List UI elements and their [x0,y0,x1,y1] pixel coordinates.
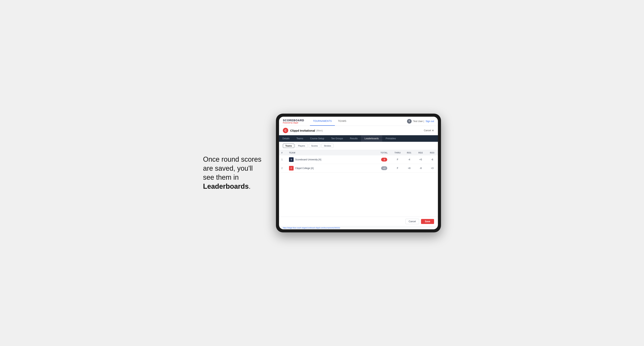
col-rd3: RD3 [426,150,438,155]
leaderboard-table: # TEAM TOTAL THRU RD1 RD2 RD3 1 S [279,150,438,217]
cell-rd1: -4 [403,155,415,164]
sub-filters: Teams Players Scores Strokes [279,142,438,150]
cell-rd1: +8 [403,164,415,173]
table-row: 1 S Scoreboard University [A] -5 F -4 +5… [279,155,438,164]
sign-out-link[interactable]: Sign out [426,120,434,123]
cell-total: -5 [376,155,392,164]
tab-results[interactable]: Results [346,135,361,142]
cell-team: S Scoreboard University [A] [287,155,376,164]
filter-scores[interactable]: Scores [309,144,320,148]
description-text: Once round scores are saved, you'll see … [203,155,261,181]
cell-thru: F [392,164,403,173]
filter-strokes[interactable]: Strokes [322,144,334,148]
user-name: Test User | [413,120,424,123]
avatar: S [407,119,412,124]
cell-thru: F [392,155,403,164]
tournament-subtitle: (Men) [316,129,323,132]
col-thru: THRU [392,150,403,155]
score-badge: +3 [381,166,387,170]
top-nav: SCOREBOARD Powered by clippd TOURNAMENTS… [279,117,438,126]
table-header-row: # TEAM TOTAL THRU RD1 RD2 RD3 [279,150,438,155]
tab-details[interactable]: Details [279,135,293,142]
tab-bar: Details Teams Course Setup Tee Groups Re… [279,135,438,142]
score-badge: -5 [381,158,387,162]
tab-leaderboards[interactable]: Leaderboards [361,135,382,142]
cancel-button[interactable]: Cancel [406,219,419,224]
table-row: 2 C Clippd College [A] +3 F +8 -8 +3 [279,164,438,173]
team-logo: C [289,166,294,171]
tournament-cancel-button[interactable]: Cancel ✕ [424,129,434,132]
results-table: # TEAM TOTAL THRU RD1 RD2 RD3 1 S [279,150,438,173]
logo-area: SCOREBOARD Powered by clippd [283,119,304,124]
footer: Cancel Save [279,217,438,226]
tablet-frame: SCOREBOARD Powered by clippd TOURNAMENTS… [276,114,441,232]
url-bar: https://stage-blue-coach.stagesCoreboard… [279,226,438,229]
tournament-icon: C [283,128,288,133]
team-name: Scoreboard University [A] [295,158,321,161]
logo-title: SCOREBOARD [283,119,304,122]
description-period: . [249,182,250,190]
cell-rd2: +5 [415,155,426,164]
filter-players[interactable]: Players [296,144,308,148]
tab-printables[interactable]: Printables [382,135,399,142]
tablet-screen: SCOREBOARD Powered by clippd TOURNAMENTS… [279,117,438,229]
col-rd2: RD2 [415,150,426,155]
close-icon: ✕ [432,129,434,132]
nav-teams[interactable]: TEAMS [335,117,350,126]
nav-right: S Test User | Sign out [407,119,434,124]
col-total: TOTAL [376,150,392,155]
tab-teams[interactable]: Teams [293,135,307,142]
save-button[interactable]: Save [421,219,434,224]
cell-rd3: +3 [426,164,438,173]
col-rd1: RD1 [403,150,415,155]
col-team: TEAM [287,150,376,155]
team-name: Clippd College [A] [295,167,314,170]
filter-teams[interactable]: Teams [283,144,294,148]
col-rank: # [279,150,287,155]
nav-tournaments[interactable]: TOURNAMENTS [310,117,335,126]
cell-team: C Clippd College [A] [287,164,376,173]
cell-total: +3 [376,164,392,173]
cell-rank: 2 [279,164,287,173]
description-bold: Leaderboards [203,182,249,190]
team-logo: S [289,157,294,162]
cell-rd2: -8 [415,164,426,173]
cell-rd3: -6 [426,155,438,164]
logo-sub: Powered by clippd [283,122,304,124]
tab-course-setup[interactable]: Course Setup [307,135,328,142]
page-wrapper: Once round scores are saved, you'll see … [188,114,456,232]
logo-brand: clippd [293,122,298,124]
tournament-title: Clippd Invitational [290,129,315,132]
left-description: Once round scores are saved, you'll see … [203,155,264,191]
cell-rank: 1 [279,155,287,164]
tournament-header: C Clippd Invitational (Men) Cancel ✕ [279,126,438,135]
tab-tee-groups[interactable]: Tee Groups [328,135,346,142]
nav-links: TOURNAMENTS TEAMS [310,117,350,126]
